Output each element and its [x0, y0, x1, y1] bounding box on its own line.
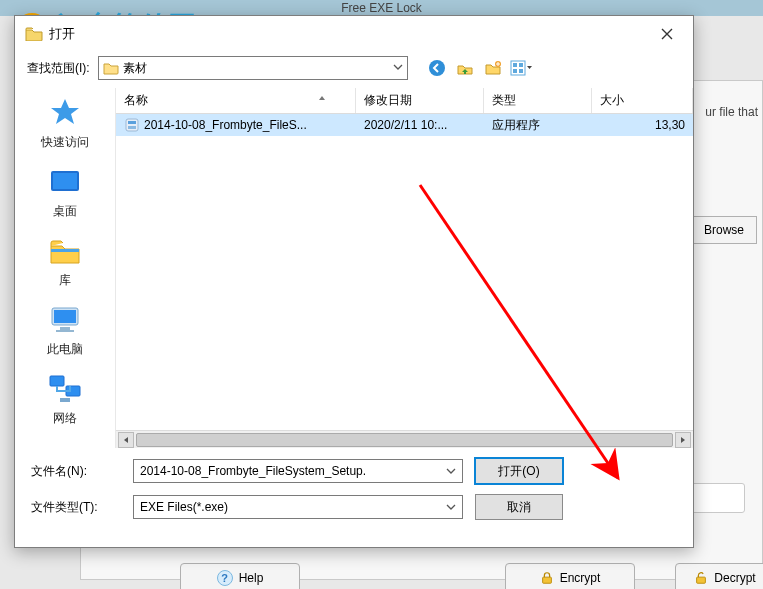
file-list-header[interactable]: 名称 修改日期 类型 大小 [116, 88, 693, 114]
col-size[interactable]: 大小 [592, 88, 693, 113]
place-desktop[interactable]: 桌面 [25, 165, 105, 220]
filetype-label: 文件类型(T): [31, 499, 121, 516]
place-label: 桌面 [53, 203, 77, 220]
svg-rect-14 [60, 327, 70, 330]
file-name: 2014-10-08_Frombyte_FileS... [144, 118, 307, 132]
open-button[interactable]: 打开(O) [475, 458, 563, 484]
svg-rect-21 [128, 126, 136, 129]
help-button[interactable]: ? Help [180, 563, 300, 589]
svg-rect-8 [519, 69, 523, 73]
dialog-titlebar[interactable]: 打开 [15, 16, 693, 52]
help-icon: ? [217, 570, 233, 586]
svg-rect-13 [54, 310, 76, 323]
chevron-down-icon [444, 464, 458, 478]
place-label: 网络 [53, 410, 77, 427]
back-icon[interactable] [426, 57, 448, 79]
cancel-button[interactable]: 取消 [475, 494, 563, 520]
dialog-title: 打开 [49, 25, 75, 43]
decrypt-label: Decrypt [714, 571, 755, 585]
view-menu-icon[interactable] [510, 57, 532, 79]
col-type[interactable]: 类型 [484, 88, 592, 113]
sort-caret-icon [317, 93, 327, 103]
file-list-area: 名称 修改日期 类型 大小 2014-10-08_Frombyte_FileS.… [115, 88, 693, 448]
svg-rect-1 [697, 577, 706, 583]
svg-rect-20 [128, 121, 136, 124]
browse-button[interactable]: Browse [691, 216, 757, 244]
exe-file-icon [124, 117, 140, 133]
svg-rect-0 [542, 577, 551, 583]
computer-icon [46, 303, 84, 337]
scroll-left-icon[interactable] [118, 432, 134, 448]
look-in-value: 素材 [123, 60, 147, 77]
new-folder-icon[interactable] [482, 57, 504, 79]
filename-value: 2014-10-08_Frombyte_FileSystem_Setup. [140, 464, 366, 478]
col-modified[interactable]: 修改日期 [356, 88, 484, 113]
svg-rect-16 [50, 376, 64, 386]
look-in-combo[interactable]: 素材 [98, 56, 408, 80]
scroll-right-icon[interactable] [675, 432, 691, 448]
network-icon [46, 372, 84, 406]
file-row[interactable]: 2014-10-08_Frombyte_FileS... 2020/2/11 1… [116, 114, 693, 136]
place-this-pc[interactable]: 此电脑 [25, 303, 105, 358]
place-label: 快速访问 [41, 134, 89, 151]
place-network[interactable]: 网络 [25, 372, 105, 427]
chevron-down-icon [444, 500, 458, 514]
place-quick-access[interactable]: 快速访问 [25, 96, 105, 151]
close-button[interactable] [651, 22, 683, 46]
chevron-down-icon [391, 60, 405, 74]
scroll-thumb[interactable] [136, 433, 673, 447]
open-folder-icon [25, 27, 43, 41]
file-type: 应用程序 [484, 117, 592, 134]
filetype-value: EXE Files(*.exe) [140, 500, 228, 514]
svg-rect-11 [51, 249, 79, 252]
lock-icon [540, 571, 554, 585]
filetype-combo[interactable]: EXE Files(*.exe) [133, 495, 463, 519]
desktop-icon [46, 165, 84, 199]
look-in-label: 查找范围(I): [27, 60, 90, 77]
svg-rect-18 [60, 398, 70, 402]
svg-rect-10 [53, 173, 77, 189]
open-file-dialog: 打开 查找范围(I): 素材 快速访问 桌面 [14, 15, 694, 548]
svg-rect-19 [126, 119, 138, 131]
up-one-level-icon[interactable] [454, 57, 476, 79]
decrypt-button[interactable]: Decrypt [675, 563, 763, 589]
svg-rect-15 [56, 330, 74, 332]
svg-rect-6 [519, 63, 523, 67]
place-label: 此电脑 [47, 341, 83, 358]
unlock-icon [694, 571, 708, 585]
col-name[interactable]: 名称 [116, 88, 356, 113]
file-size: 13,30 [592, 118, 693, 132]
help-label: Help [239, 571, 264, 585]
places-bar: 快速访问 桌面 库 此电脑 网络 [15, 88, 115, 448]
bg-hint-fragment: ur file that [705, 105, 758, 119]
libraries-icon [46, 234, 84, 268]
svg-rect-5 [513, 63, 517, 67]
encrypt-label: Encrypt [560, 571, 601, 585]
filename-combo[interactable]: 2014-10-08_Frombyte_FileSystem_Setup. [133, 459, 463, 483]
svg-rect-7 [513, 69, 517, 73]
place-label: 库 [59, 272, 71, 289]
place-libraries[interactable]: 库 [25, 234, 105, 289]
filename-label: 文件名(N): [31, 463, 121, 480]
svg-point-2 [429, 60, 445, 76]
quick-access-icon [46, 96, 84, 130]
horizontal-scrollbar[interactable] [116, 430, 693, 448]
file-modified: 2020/2/11 10:... [356, 118, 484, 132]
folder-icon [103, 61, 119, 75]
encrypt-button[interactable]: Encrypt [505, 563, 635, 589]
file-list[interactable]: 2014-10-08_Frombyte_FileS... 2020/2/11 1… [116, 114, 693, 430]
